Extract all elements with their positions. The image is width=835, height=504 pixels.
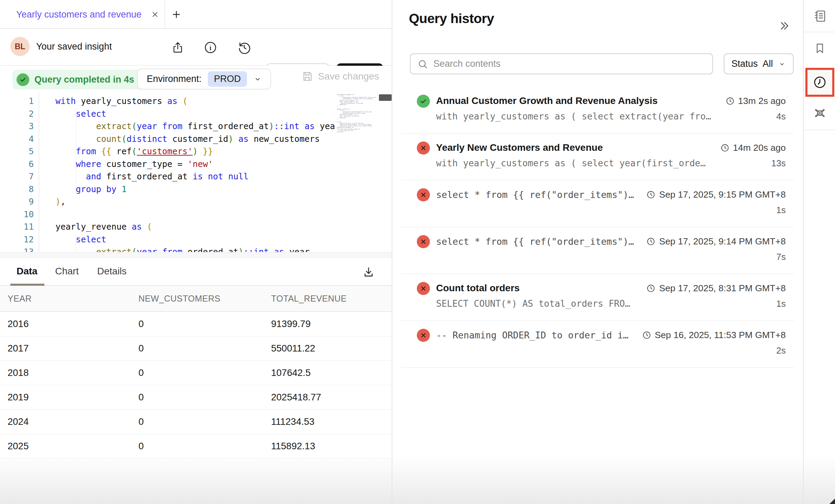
table-row[interactable]: 20240111234.53	[0, 410, 392, 434]
tab-details[interactable]: Details	[97, 266, 127, 277]
tab-chart[interactable]: Chart	[55, 266, 79, 277]
environment-selector[interactable]: Environment: PROD	[137, 69, 271, 90]
clock-icon	[646, 237, 656, 246]
minimap-code: with yearly_customers as ( select extrac…	[337, 94, 379, 133]
tab-data[interactable]: Data	[17, 266, 38, 277]
table-cell: 0	[138, 318, 271, 329]
table-row[interactable]: 20250115892.13	[0, 434, 392, 459]
collapse-panel-button[interactable]	[777, 19, 791, 33]
history-item-title: Count total orders	[436, 283, 520, 294]
info-icon	[204, 41, 217, 54]
share-button[interactable]	[171, 40, 185, 55]
query-history-item[interactable]: -- Renaming ORDER_ID to order_id i… Sep …	[401, 321, 794, 368]
history-item-time: Sep 17, 2025, 8:31 PM GMT+8	[659, 283, 786, 294]
history-item-snippet: with yearly_customers as ( select year(f…	[436, 158, 706, 168]
chevrons-right-icon	[779, 20, 790, 31]
search-input[interactable]	[433, 59, 705, 69]
resize-corner-handle[interactable]	[829, 498, 835, 504]
table-cell: 2025	[8, 441, 138, 452]
save-changes-button[interactable]: Save changes	[301, 71, 379, 82]
table-row[interactable]: 20170550011.22	[0, 336, 392, 361]
code-line: with yearly_customers as (	[55, 95, 335, 108]
table-row[interactable]: 201902025418.77	[0, 385, 392, 410]
query-status-badge: Query completed in 4s	[12, 70, 145, 90]
table-row[interactable]: 2016091399.79	[0, 312, 392, 336]
table-row[interactable]: 20180107642.5	[0, 361, 392, 385]
save-icon	[301, 71, 313, 82]
history-item-body: Count total orders Sep 17, 2025, 8:31 PM…	[436, 274, 786, 311]
history-item-duration: 2s	[776, 345, 786, 356]
results-tab-bar: Data Chart Details	[0, 257, 392, 286]
status-row: Query completed in 4s Environment: PROD …	[0, 66, 392, 92]
sql-editor[interactable]: 12345678910111213 with yearly_customers …	[0, 92, 392, 252]
gutter-divider	[39, 92, 39, 252]
editor-minimap[interactable]: with yearly_customers as ( select extrac…	[337, 94, 379, 251]
table-header-row: YEARNEW_CUSTOMERSTOTAL_REVENUE	[0, 286, 392, 312]
column-header: TOTAL_REVENUE	[271, 294, 392, 304]
right-rail	[803, 0, 835, 504]
table-cell: 0	[138, 367, 271, 378]
query-history-item[interactable]: Annual Customer Growth and Revenue Analy…	[401, 87, 794, 134]
chevron-down-icon	[778, 60, 786, 68]
download-results-button[interactable]	[360, 264, 377, 280]
panel-divider[interactable]	[392, 0, 392, 504]
plus-icon	[171, 9, 182, 20]
insight-title: Your saved insight	[36, 41, 112, 52]
editor-code[interactable]: with yearly_customers as ( select extrac…	[55, 95, 335, 252]
query-history-item[interactable]: select * from {{ ref("order_items")… Sep…	[401, 180, 794, 227]
save-changes-label: Save changes	[318, 71, 379, 82]
query-history-item[interactable]: Yearly New Customers and Revenue 14m 20s…	[401, 134, 794, 180]
history-item-title: select * from {{ ref("order_items")…	[436, 189, 634, 200]
query-history-item[interactable]: select * from {{ ref("order_items")… Sep…	[401, 227, 794, 274]
history-item-time-wrap: Sep 16, 2025, 11:53 PM GMT+8	[642, 330, 786, 340]
table-cell: 2024	[8, 416, 138, 427]
chevron-down-icon	[253, 75, 262, 84]
rail-divider	[804, 129, 835, 130]
table-cell: 2016	[8, 318, 138, 329]
history-item-duration: 7s	[776, 252, 786, 262]
history-item-time-wrap: 14m 20s ago	[720, 143, 786, 153]
insight-header: BL Your saved insight Develop Run	[0, 29, 392, 66]
editor-gutter: 12345678910111213	[0, 95, 34, 252]
history-item-title: select * from {{ ref("order_items")…	[436, 236, 634, 247]
code-line: select	[55, 108, 335, 120]
success-check-icon	[17, 73, 29, 86]
tab-bar: Yearly customers and revenue	[0, 0, 392, 29]
editor-hscrollbar[interactable]	[0, 252, 392, 257]
status-filter-label: Status	[731, 59, 758, 69]
column-header: YEAR	[8, 294, 138, 304]
history-item-time-wrap: Sep 17, 2025, 8:31 PM GMT+8	[646, 283, 786, 294]
history-item-duration: 1s	[776, 298, 786, 309]
notebook-panel-button[interactable]	[804, 0, 835, 32]
code-line: select	[55, 233, 335, 246]
history-item-body: -- Renaming ORDER_ID to order_id i… Sep …	[436, 321, 786, 358]
new-tab-button[interactable]	[169, 8, 183, 21]
bookmarks-panel-button[interactable]	[804, 32, 835, 64]
code-line: from {{ ref('customers') }}	[55, 145, 335, 158]
status-error-icon	[417, 235, 430, 248]
editor-scrollbar[interactable]	[379, 94, 392, 101]
info-button[interactable]	[203, 40, 218, 55]
version-history-button[interactable]	[237, 40, 251, 55]
editor-panel: Yearly customers and revenue BL Your sav…	[0, 0, 392, 504]
close-icon[interactable]	[151, 10, 159, 19]
search-icon	[418, 59, 428, 69]
history-item-duration: 1s	[776, 205, 786, 216]
explore-panel-button[interactable]	[804, 97, 835, 129]
query-history-item[interactable]: Count total orders Sep 17, 2025, 8:31 PM…	[401, 274, 794, 321]
clock-icon	[646, 284, 656, 293]
results-table: YEARNEW_CUSTOMERSTOTAL_REVENUE 201609139…	[0, 286, 392, 459]
status-filter-dropdown[interactable]: Status All	[724, 53, 794, 74]
clock-icon	[646, 190, 656, 199]
table-cell: 111234.53	[271, 416, 392, 427]
history-item-title: Yearly New Customers and Revenue	[436, 142, 603, 153]
avatar[interactable]: BL	[10, 37, 30, 56]
history-item-duration: 13s	[771, 158, 786, 169]
code-line: where customer_type = 'new'	[55, 158, 335, 171]
environment-value-badge: PROD	[208, 71, 247, 87]
tab-yearly-customers[interactable]: Yearly customers and revenue	[0, 0, 159, 29]
query-history-panel-button[interactable]	[805, 68, 834, 97]
table-cell: 0	[138, 343, 271, 354]
table-cell: 91399.79	[271, 318, 392, 329]
tab-divider	[164, 0, 165, 29]
